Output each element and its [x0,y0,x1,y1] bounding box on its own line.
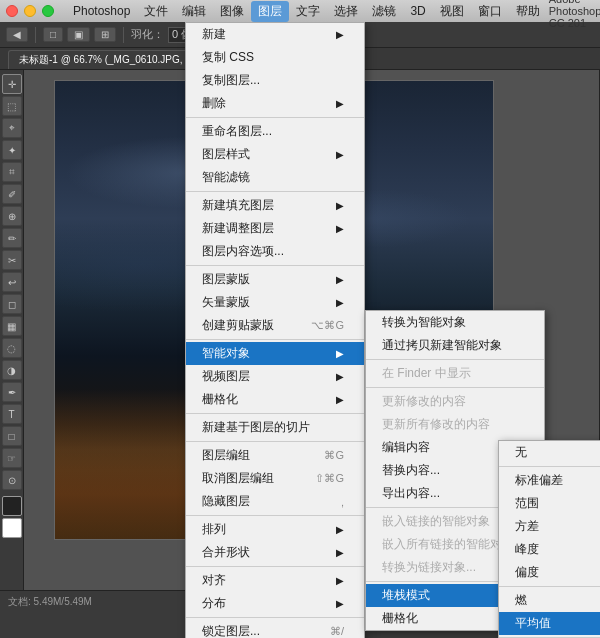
toolbar-arrow[interactable]: ◀ [6,27,28,42]
arrow-icon: ▶ [336,223,344,234]
shortcut-text: ⌘G [324,449,344,462]
arrow-icon: ▶ [336,547,344,558]
menu-layer-fill[interactable]: 新建填充图层 ▶ [186,194,364,217]
menu-photoshop[interactable]: Photoshop [66,2,137,20]
spot-heal-tool[interactable]: ⊕ [2,206,22,226]
menu-separator [186,265,364,266]
menu-layer-distribute[interactable]: 分布 ▶ [186,592,364,615]
arrow-icon: ▶ [336,524,344,535]
text-tool[interactable]: T [2,404,22,424]
menu-layer-copy-css[interactable]: 复制 CSS [186,46,364,69]
toolbar-sep2 [123,27,124,43]
stack-none[interactable]: 无 [499,441,600,464]
stack-entropy[interactable]: 燃 [499,589,600,612]
stack-variance[interactable]: 方差 [499,515,600,538]
menu-layer-smart-object[interactable]: 智能对象 ▶ [186,342,364,365]
close-button[interactable] [6,5,18,17]
menu-layer-delete[interactable]: 删除 ▶ [186,92,364,115]
toolbar-separator [35,27,36,43]
arrow-icon: ▶ [336,29,344,40]
menu-layer-copy-layer[interactable]: 复制图层... [186,69,364,92]
crop-tool[interactable]: ⌗ [2,162,22,182]
eraser-tool[interactable]: ◻ [2,294,22,314]
menu-layer-merge-shape[interactable]: 合并形状 ▶ [186,541,364,564]
menu-separator [186,413,364,414]
arrow-icon: ▶ [336,297,344,308]
menu-layer-ungroup[interactable]: 取消图层编组 ⇧⌘G [186,467,364,490]
hand-tool[interactable]: ☞ [2,448,22,468]
menu-layer-content-options[interactable]: 图层内容选项... [186,240,364,263]
arrow-icon: ▶ [336,149,344,160]
menu-separator [186,339,364,340]
menu-layer-vector-mask[interactable]: 矢量蒙版 ▶ [186,291,364,314]
minimize-button[interactable] [24,5,36,17]
pen-tool[interactable]: ✒ [2,382,22,402]
menu-text[interactable]: 文字 [289,1,327,22]
history-brush-tool[interactable]: ↩ [2,272,22,292]
menu-separator [499,586,600,587]
arrow-icon: ▶ [336,98,344,109]
shape-tool[interactable]: □ [2,426,22,446]
layer-dropdown-menu: 新建 ▶ 复制 CSS 复制图层... 删除 ▶ 重命名图层... 图层样式 ▶… [185,22,365,638]
smart-obj-convert[interactable]: 转换为智能对象 [366,311,544,334]
menu-layer-style[interactable]: 图层样式 ▶ [186,143,364,166]
menu-image[interactable]: 图像 [213,1,251,22]
stack-kurtosis[interactable]: 峰度 [499,538,600,561]
menu-help[interactable]: 帮助 [509,1,547,22]
shortcut-text: ⌘/ [330,625,344,638]
menu-separator [186,617,364,618]
menu-layer-rasterize[interactable]: 栅格化 ▶ [186,388,364,411]
menu-layer-slice[interactable]: 新建基于图层的切片 [186,416,364,439]
menu-layer-rename[interactable]: 重命名图层... [186,120,364,143]
menu-layer[interactable]: 图层 [251,1,289,22]
foreground-color[interactable] [2,496,22,516]
menu-file[interactable]: 文件 [137,1,175,22]
menu-layer-new[interactable]: 新建 ▶ [186,23,364,46]
dodge-tool[interactable]: ◑ [2,360,22,380]
menu-layer-clipping-mask[interactable]: 创建剪贴蒙版 ⌥⌘G [186,314,364,337]
menu-select[interactable]: 选择 [327,1,365,22]
menu-layer-arrange[interactable]: 排列 ▶ [186,518,364,541]
eyedropper-tool[interactable]: ✐ [2,184,22,204]
menu-3d[interactable]: 3D [403,2,432,20]
move-tool[interactable]: ✛ [2,74,22,94]
brush-tool[interactable]: ✏ [2,228,22,248]
toolbar-save[interactable]: ⊞ [94,27,116,42]
smart-obj-new-copy[interactable]: 通过拷贝新建智能对象 [366,334,544,357]
menu-layer-lock[interactable]: 锁定图层... ⌘/ [186,620,364,638]
menu-layer-mask[interactable]: 图层蒙版 ▶ [186,268,364,291]
toolbar-open[interactable]: ▣ [67,27,90,42]
menubar: Photoshop 文件 编辑 图像 图层 文字 选择 滤镜 3D 视图 窗口 … [0,0,600,22]
magic-wand-tool[interactable]: ✦ [2,140,22,160]
menu-layer-video[interactable]: 视频图层 ▶ [186,365,364,388]
menu-filter[interactable]: 滤镜 [365,1,403,22]
menu-view[interactable]: 视图 [433,1,471,22]
menu-window[interactable]: 窗口 [471,1,509,22]
zoom-tool[interactable]: ⊙ [2,470,22,490]
select-tool[interactable]: ⬚ [2,96,22,116]
background-color[interactable] [2,518,22,538]
status-text: 文档: 5.49M/5.49M [8,595,92,609]
feather-label: 羽化： [131,27,164,42]
arrow-icon: ▶ [336,200,344,211]
maximize-button[interactable] [42,5,54,17]
menu-items: Photoshop 文件 编辑 图像 图层 文字 选择 滤镜 3D 视图 窗口 … [66,1,547,22]
shortcut-text: ⌥⌘G [311,319,344,332]
menu-edit[interactable]: 编辑 [175,1,213,22]
menu-layer-group[interactable]: 图层编组 ⌘G [186,444,364,467]
clone-tool[interactable]: ✂ [2,250,22,270]
toolbar-new[interactable]: □ [43,27,63,42]
menu-layer-align[interactable]: 对齐 ▶ [186,569,364,592]
stack-std-dev[interactable]: 标准偏差 [499,469,600,492]
stack-mean[interactable]: 平均值 [499,612,600,635]
gradient-tool[interactable]: ▦ [2,316,22,336]
menu-layer-smart-filter[interactable]: 智能滤镜 [186,166,364,189]
stack-skewness[interactable]: 偏度 [499,561,600,584]
smart-obj-update-all: 更新所有修改的内容 [366,413,544,436]
lasso-tool[interactable]: ⌖ [2,118,22,138]
stack-range[interactable]: 范围 [499,492,600,515]
menu-layer-adjustment[interactable]: 新建调整图层 ▶ [186,217,364,240]
arrow-icon: ▶ [336,348,344,359]
menu-layer-hide[interactable]: 隐藏图层 , [186,490,364,513]
blur-tool[interactable]: ◌ [2,338,22,358]
